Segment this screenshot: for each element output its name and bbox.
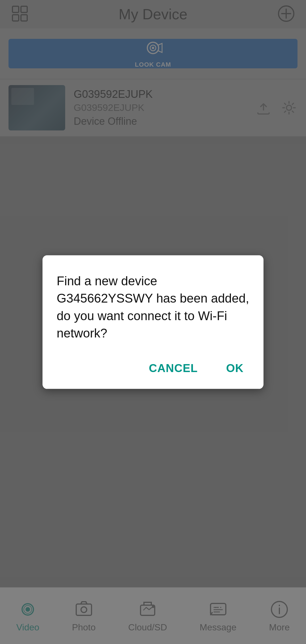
ok-button[interactable]: OK (220, 359, 249, 377)
dialog: Find a new device G345662YSSWY has been … (42, 255, 264, 389)
dialog-buttons: CANCEL OK (57, 359, 249, 377)
dialog-message: Find a new device G345662YSSWY has been … (57, 272, 249, 342)
cancel-button[interactable]: CANCEL (143, 359, 203, 377)
